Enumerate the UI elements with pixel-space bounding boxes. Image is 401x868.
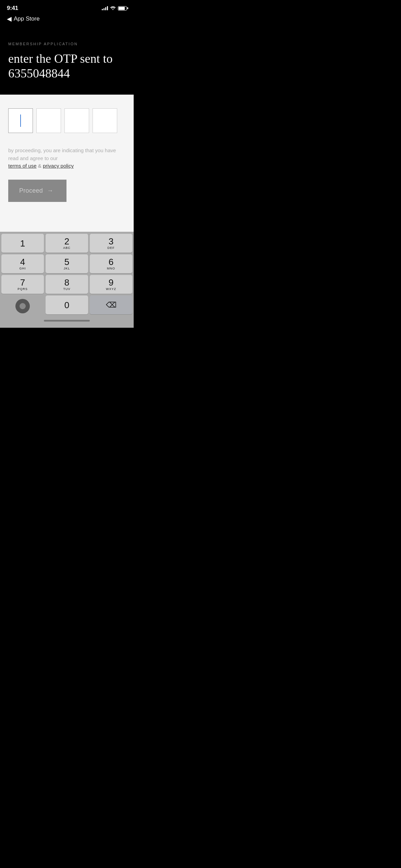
otp-cursor (20, 114, 21, 127)
keyboard-row-4: 0 ⌫ (1, 296, 132, 314)
otp-input-group[interactable] (8, 108, 125, 133)
battery-icon (118, 6, 127, 11)
status-icons (102, 5, 127, 11)
terms-of-use-link[interactable]: terms of use (8, 163, 37, 169)
mic-icon (20, 303, 26, 309)
proceed-arrow-icon: → (47, 187, 53, 194)
content-section: by proceeding, you are indicating that y… (0, 95, 134, 232)
home-indicator-area (1, 316, 132, 328)
key-4[interactable]: 4 GHI (1, 254, 44, 273)
proceed-button[interactable]: Proceed → (8, 180, 66, 202)
otp-box-4[interactable] (93, 108, 117, 133)
key-8[interactable]: 8 TUV (46, 275, 88, 294)
key-9[interactable]: 9 WXYZ (90, 275, 132, 294)
otp-box-1[interactable] (8, 108, 33, 133)
back-label: App Store (14, 15, 40, 22)
wifi-icon (110, 5, 116, 11)
status-bar: 9:41 (0, 0, 134, 14)
key-delete[interactable]: ⌫ (90, 296, 132, 314)
otp-box-3[interactable] (64, 108, 89, 133)
nav-bar: ◀ App Store (0, 14, 134, 28)
keyboard-row-1: 1 2 ABC 3 DEF (1, 234, 132, 253)
key-2[interactable]: 2 ABC (46, 234, 88, 253)
home-indicator (44, 320, 90, 322)
mic-button[interactable] (15, 299, 30, 313)
otp-box-2[interactable] (36, 108, 61, 133)
page-title: enter the OTP sent to 6355048844 (8, 51, 125, 81)
privacy-policy-link[interactable]: privacy policy (43, 163, 74, 169)
key-6[interactable]: 6 MNO (90, 254, 132, 273)
key-1[interactable]: 1 (1, 234, 44, 253)
keyboard: 1 2 ABC 3 DEF 4 GHI 5 JKL 6 MNO 7 PQRS (0, 232, 134, 328)
back-chevron-icon: ◀ (7, 15, 12, 23)
header-section: MEMBERSHIP APPLICATION enter the OTP sen… (0, 28, 134, 95)
signal-icon (102, 6, 108, 10)
terms-text: by proceeding, you are indicating that y… (8, 147, 125, 170)
key-5[interactable]: 5 JKL (46, 254, 88, 273)
key-7[interactable]: 7 PQRS (1, 275, 44, 294)
key-3[interactable]: 3 DEF (90, 234, 132, 253)
key-0[interactable]: 0 (46, 296, 88, 314)
proceed-label: Proceed (19, 187, 43, 194)
status-time: 9:41 (7, 5, 18, 12)
ampersand: & (38, 163, 41, 169)
section-label: MEMBERSHIP APPLICATION (8, 42, 125, 46)
back-button[interactable]: ◀ App Store (7, 15, 40, 23)
key-mic-area (1, 296, 44, 314)
delete-icon: ⌫ (106, 301, 117, 310)
keyboard-row-2: 4 GHI 5 JKL 6 MNO (1, 254, 132, 273)
keyboard-row-3: 7 PQRS 8 TUV 9 WXYZ (1, 275, 132, 294)
